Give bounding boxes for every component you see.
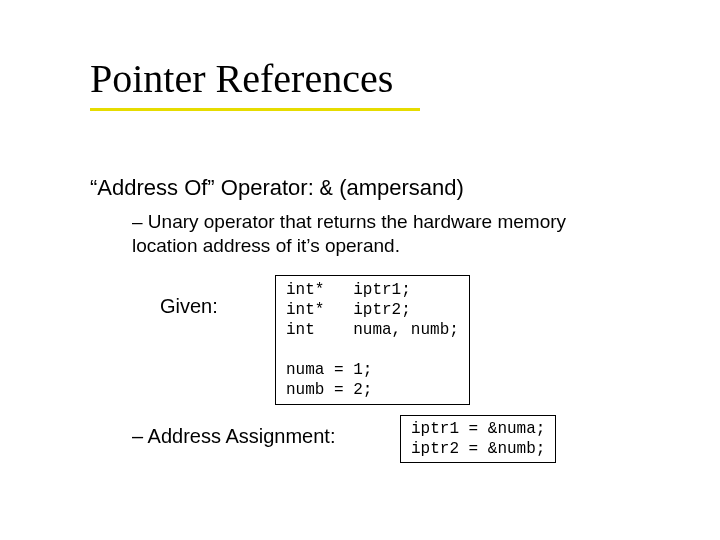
bullet-address-assignment: – Address Assignment: — [132, 425, 335, 448]
slide: Pointer References “Address Of” Operator… — [0, 0, 720, 540]
operator-heading-suffix: (ampersand) — [333, 175, 464, 200]
title-underline — [90, 108, 420, 111]
given-label: Given: — [160, 295, 218, 318]
code-box-declarations: int* iptr1; int* iptr2; int numa, numb; … — [275, 275, 470, 405]
slide-title: Pointer References — [90, 55, 393, 102]
ampersand-symbol: & — [320, 177, 333, 202]
bullet-unary-operator: – Unary operator that returns the hardwa… — [132, 210, 632, 258]
operator-heading: “Address Of” Operator: & (ampersand) — [90, 175, 464, 202]
code-box-assignment: iptr1 = &numa; iptr2 = &numb; — [400, 415, 556, 463]
operator-heading-prefix: “Address Of” Operator: — [90, 175, 320, 200]
